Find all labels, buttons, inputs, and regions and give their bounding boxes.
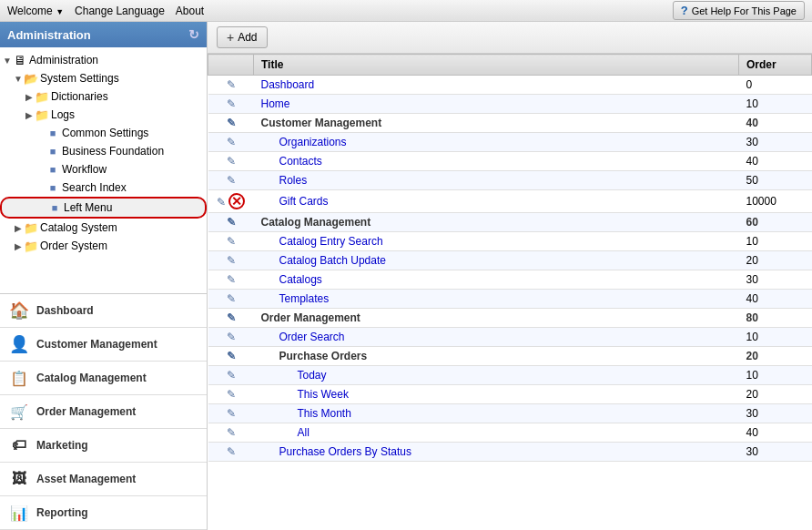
admin-icon: 🖥 [13, 53, 27, 67]
table-row[interactable]: ✎Purchase Orders By Status30 [208, 443, 812, 462]
table-row[interactable]: ✎Roles50 [208, 171, 812, 190]
welcome-menu[interactable]: Welcome ▼ [7, 5, 64, 17]
main-layout: Administration ↻ ▼ 🖥 Administration ▼ 📂 … [0, 22, 812, 530]
edit-icon[interactable]: ✎ [217, 196, 226, 209]
expand-dictionaries[interactable]: ▶ [24, 92, 35, 102]
edit-icon[interactable]: ✎ [227, 216, 236, 229]
tree-item-search-index[interactable]: ■ Search Index [0, 178, 207, 197]
row-title: Catalog Entry Search [279, 235, 383, 248]
edit-icon[interactable]: ✎ [227, 407, 236, 420]
sidebar: Administration ↻ ▼ 🖥 Administration ▼ 📂 … [0, 22, 208, 530]
edit-icon[interactable]: ✎ [227, 350, 236, 362]
table-row[interactable]: ✎Today10 [208, 366, 812, 385]
row-icon-cell: ✎ [208, 152, 254, 171]
nav-catalog-management[interactable]: 📋 Catalog Management [0, 362, 207, 395]
table-row[interactable]: ✎Catalog Batch Update20 [208, 251, 812, 270]
row-icon-cell: ✎ [208, 290, 254, 309]
table-row[interactable]: ✎Order Management80 [208, 309, 812, 328]
nav-customer-management-label: Customer Management [36, 338, 157, 351]
row-title: Organizations [279, 136, 347, 148]
tree-item-system-settings[interactable]: ▼ 📂 System Settings [0, 69, 207, 87]
table-row[interactable]: ✎Contacts40 [208, 152, 812, 171]
refresh-icon[interactable]: ↻ [188, 27, 199, 42]
delete-icon[interactable]: ✕ [228, 193, 245, 209]
nav-reporting[interactable]: 📊 Reporting [0, 496, 207, 530]
nav-dashboard[interactable]: 🏠 Dashboard [0, 294, 207, 328]
reporting-icon: 📊 [9, 503, 29, 523]
top-menu-left: Welcome ▼ Change Language About [7, 5, 204, 17]
edit-icon[interactable]: ✎ [227, 235, 236, 248]
table-row[interactable]: ✎Purchase Orders20 [208, 347, 812, 366]
edit-icon[interactable]: ✎ [227, 97, 236, 110]
row-order-cell: 40 [739, 423, 812, 443]
table-row[interactable]: ✎All40 [208, 423, 812, 443]
nav-customer-management[interactable]: 👤 Customer Management [0, 328, 207, 362]
edit-icon[interactable]: ✎ [227, 388, 236, 401]
edit-icon[interactable]: ✎ [227, 311, 236, 324]
about-menu[interactable]: About [176, 5, 204, 17]
table-row[interactable]: ✎Customer Management40 [208, 114, 812, 133]
row-order-cell: 0 [739, 76, 812, 95]
row-order-cell: 40 [739, 290, 812, 309]
nav-marketing[interactable]: 🏷 Marketing [0, 429, 207, 463]
tree-item-order-system[interactable]: ▶ 📁 Order System [0, 237, 207, 255]
nav-asset-management[interactable]: 🖼 Asset Management [0, 463, 207, 496]
tree-item-left-menu[interactable]: ■ Left Menu [0, 197, 207, 219]
edit-icon[interactable]: ✎ [227, 254, 236, 267]
expand-logs[interactable]: ▶ [24, 110, 35, 120]
row-title: Catalog Management [261, 216, 371, 229]
table-row[interactable]: ✎Home10 [208, 95, 812, 114]
edit-icon[interactable]: ✎ [227, 445, 236, 458]
tree-label-search-index: Search Index [62, 181, 127, 194]
table-row[interactable]: ✎Catalog Management60 [208, 213, 812, 232]
tree-item-workflow[interactable]: ■ Workflow [0, 160, 207, 178]
tree-item-common-settings[interactable]: ■ Common Settings [0, 124, 207, 142]
nav-order-management[interactable]: 🛒 Order Management [0, 395, 207, 429]
expand-catalog-system[interactable]: ▶ [13, 223, 24, 233]
row-order-cell: 40 [739, 152, 812, 171]
nav-reporting-label: Reporting [36, 506, 88, 519]
edit-icon[interactable]: ✎ [227, 331, 236, 343]
help-button[interactable]: ? Get Help For This Page [673, 1, 805, 20]
row-title-cell: Contacts [254, 152, 739, 171]
row-order-cell: 30 [739, 404, 812, 423]
tree-item-logs[interactable]: ▶ 📁 Logs [0, 106, 207, 124]
table-row[interactable]: ✎Order Search10 [208, 328, 812, 347]
row-title-cell: Catalog Entry Search [254, 232, 739, 251]
tree-item-catalog-system[interactable]: ▶ 📁 Catalog System [0, 219, 207, 237]
table-row[interactable]: ✎This Week20 [208, 385, 812, 404]
expand-order-system[interactable]: ▶ [13, 241, 24, 251]
tree-item-business-foundation[interactable]: ■ Business Foundation [0, 142, 207, 160]
tree-item-admin[interactable]: ▼ 🖥 Administration [0, 51, 207, 69]
row-order-cell: 60 [739, 213, 812, 232]
change-language-menu[interactable]: Change Language [75, 5, 165, 17]
table-row[interactable]: ✎Organizations30 [208, 133, 812, 152]
table-row[interactable]: ✎Catalogs30 [208, 270, 812, 290]
edit-icon[interactable]: ✎ [227, 78, 236, 91]
edit-icon[interactable]: ✎ [227, 174, 236, 187]
tree-item-dictionaries[interactable]: ▶ 📁 Dictionaries [0, 87, 207, 106]
catalog-icon: 📋 [9, 368, 29, 388]
data-table: Title Order ✎Dashboard0✎Home10✎Customer … [208, 54, 812, 530]
table-row[interactable]: ✎✕Gift Cards10000 [208, 190, 812, 213]
row-icon-cell: ✎ [208, 76, 254, 95]
row-order-cell: 20 [739, 347, 812, 366]
edit-icon[interactable]: ✎ [227, 136, 236, 148]
catalog-system-icon: 📁 [24, 220, 38, 235]
edit-icon[interactable]: ✎ [227, 273, 236, 286]
row-order-cell: 10 [739, 232, 812, 251]
edit-icon[interactable]: ✎ [227, 117, 236, 129]
add-button[interactable]: + Add [217, 26, 268, 48]
expand-admin[interactable]: ▼ [2, 56, 13, 66]
table-row[interactable]: ✎Templates40 [208, 290, 812, 309]
row-title-cell: Catalog Management [254, 213, 739, 232]
table-row[interactable]: ✎Dashboard0 [208, 76, 812, 95]
business-foundation-icon: ■ [46, 144, 60, 158]
table-row[interactable]: ✎Catalog Entry Search10 [208, 232, 812, 251]
edit-icon[interactable]: ✎ [227, 426, 236, 439]
table-row[interactable]: ✎This Month30 [208, 404, 812, 423]
edit-icon[interactable]: ✎ [227, 292, 236, 305]
edit-icon[interactable]: ✎ [227, 155, 236, 168]
edit-icon[interactable]: ✎ [227, 369, 236, 382]
expand-system-settings[interactable]: ▼ [13, 74, 24, 84]
